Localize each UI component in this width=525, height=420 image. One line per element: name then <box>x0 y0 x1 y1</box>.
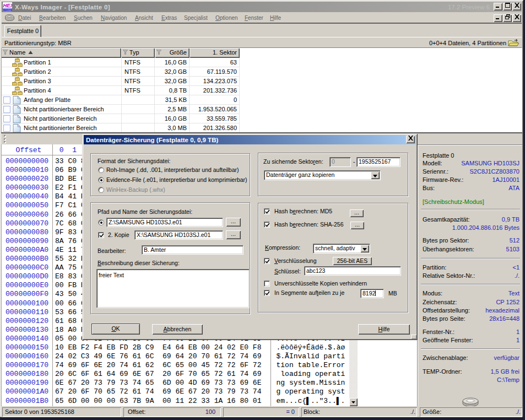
svg-text:HEX: HEX <box>3 2 13 8</box>
svg-text:WAYS: WAYS <box>3 8 13 12</box>
